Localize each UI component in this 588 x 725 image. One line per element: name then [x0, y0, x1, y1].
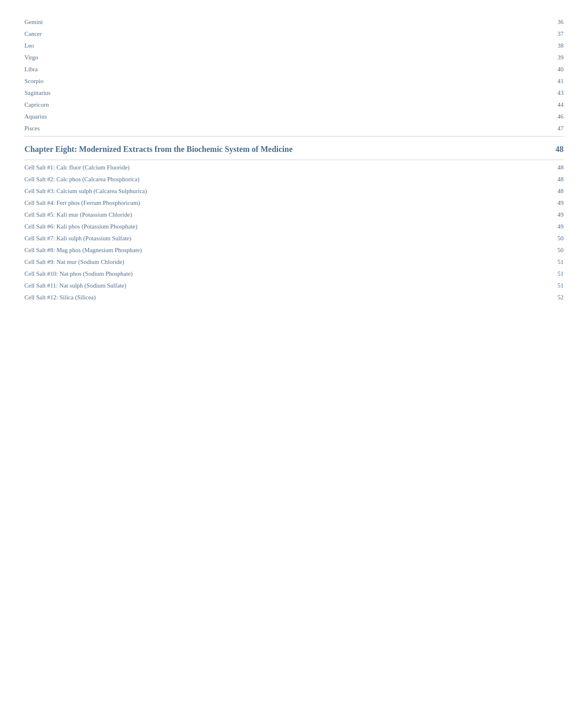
- entry-title: Sagittarius: [24, 90, 547, 97]
- cell-salt-page: 51: [547, 259, 564, 266]
- cell-salt-title: Cell Salt #5: Kali mur (Potassium Chlori…: [24, 211, 547, 218]
- entry-page: 41: [547, 78, 564, 85]
- entry-title: Libra: [24, 66, 547, 73]
- cell-salt-entry: Cell Salt #3: Calcium sulph (Calcarea Su…: [24, 185, 564, 197]
- toc-entry: Capricorn44: [24, 99, 564, 111]
- toc-container: Gemini36Cancer37Leo38Virgo39Libra40Scorp…: [24, 16, 564, 303]
- chapter-page: 48: [547, 145, 564, 154]
- cell-salt-entry: Cell Salt #9: Nat mur (Sodium Chloride)5…: [24, 256, 564, 268]
- entry-page: 38: [547, 42, 564, 49]
- cell-salt-title: Cell Salt #9: Nat mur (Sodium Chloride): [24, 259, 547, 266]
- cell-salt-title: Cell Salt #10: Nat phos (Sodium Phosphat…: [24, 270, 547, 277]
- cell-salt-page: 48: [547, 188, 564, 195]
- toc-entry: Sagittarius43: [24, 87, 564, 99]
- cell-salt-entry: Cell Salt #11: Nat sulph (Sodium Sulfate…: [24, 280, 564, 292]
- cell-salt-entry: Cell Salt #12: Silica (Silicea)52: [24, 292, 564, 303]
- chapter-title: Chapter Eight: Modernized Extracts from …: [24, 145, 547, 154]
- entry-title: Aquarius: [24, 113, 547, 120]
- cell-salt-title: Cell Salt #12: Silica (Silicea): [24, 294, 547, 301]
- cell-salt-page: 49: [547, 211, 564, 218]
- cell-salt-title: Cell Salt #11: Nat sulph (Sodium Sulfate…: [24, 282, 547, 289]
- cell-salt-entries-list: Cell Salt #1: Calc fluor (Calcium Fluori…: [24, 162, 564, 303]
- entry-page: 39: [547, 54, 564, 61]
- cell-salt-page: 49: [547, 200, 564, 207]
- cell-salt-entry: Cell Salt #5: Kali mur (Potassium Chlori…: [24, 209, 564, 221]
- cell-salt-page: 49: [547, 223, 564, 230]
- cell-salt-title: Cell Salt #4: Ferr phos (Ferrum Phosphor…: [24, 200, 547, 207]
- entry-title: Cancer: [24, 31, 547, 37]
- entry-title: Virgo: [24, 54, 547, 61]
- cell-salt-title: Cell Salt #6: Kali phos (Potassium Phosp…: [24, 223, 547, 230]
- cell-salt-page: 52: [547, 294, 564, 301]
- cell-salt-title: Cell Salt #8: Mag phos (Magnesium Phosph…: [24, 247, 547, 254]
- cell-salt-page: 48: [547, 164, 564, 171]
- toc-entry: Leo38: [24, 40, 564, 52]
- cell-salt-page: 48: [547, 176, 564, 183]
- cell-salt-title: Cell Salt #3: Calcium sulph (Calcarea Su…: [24, 188, 547, 195]
- toc-entry: Libra40: [24, 64, 564, 75]
- cell-salt-page: 51: [547, 282, 564, 289]
- toc-entry: Pisces47: [24, 123, 564, 134]
- cell-salt-entry: Cell Salt #6: Kali phos (Potassium Phosp…: [24, 221, 564, 233]
- entry-title: Gemini: [24, 19, 547, 26]
- entry-title: Pisces: [24, 125, 547, 132]
- entry-title: Capricorn: [24, 101, 547, 108]
- cell-salt-title: Cell Salt #7: Kali sulph (Potassium Sulf…: [24, 235, 547, 242]
- cell-salt-entry: Cell Salt #1: Calc fluor (Calcium Fluori…: [24, 162, 564, 174]
- cell-salt-entry: Cell Salt #2: Calc phos (Calcarea Phosph…: [24, 174, 564, 185]
- cell-salt-entry: Cell Salt #10: Nat phos (Sodium Phosphat…: [24, 268, 564, 280]
- toc-entry: Scorpio41: [24, 75, 564, 87]
- cell-salt-title: Cell Salt #2: Calc phos (Calcarea Phosph…: [24, 176, 547, 183]
- cell-salt-entry: Cell Salt #7: Kali sulph (Potassium Sulf…: [24, 233, 564, 244]
- divider-after-zodiac: [24, 136, 564, 136]
- entry-page: 36: [547, 19, 564, 26]
- entry-page: 40: [547, 66, 564, 73]
- cell-salt-page: 50: [547, 235, 564, 242]
- toc-entry: Virgo39: [24, 52, 564, 64]
- divider-after-chapter: [24, 160, 564, 160]
- chapter-entry: Chapter Eight: Modernized Extracts from …: [24, 138, 564, 158]
- entry-title: Scorpio: [24, 78, 547, 85]
- cell-salt-page: 50: [547, 247, 564, 254]
- simple-entries-list: Gemini36Cancer37Leo38Virgo39Libra40Scorp…: [24, 16, 564, 134]
- entry-page: 46: [547, 113, 564, 120]
- entry-page: 44: [547, 101, 564, 108]
- entry-title: Leo: [24, 42, 547, 49]
- cell-salt-title: Cell Salt #1: Calc fluor (Calcium Fluori…: [24, 164, 547, 171]
- entry-page: 37: [547, 31, 564, 37]
- cell-salt-entry: Cell Salt #4: Ferr phos (Ferrum Phosphor…: [24, 197, 564, 209]
- entry-page: 43: [547, 90, 564, 97]
- toc-entry: Aquarius46: [24, 111, 564, 123]
- entry-page: 47: [547, 125, 564, 132]
- cell-salt-entry: Cell Salt #8: Mag phos (Magnesium Phosph…: [24, 244, 564, 256]
- toc-entry: Cancer37: [24, 28, 564, 40]
- cell-salt-page: 51: [547, 270, 564, 277]
- toc-entry: Gemini36: [24, 16, 564, 28]
